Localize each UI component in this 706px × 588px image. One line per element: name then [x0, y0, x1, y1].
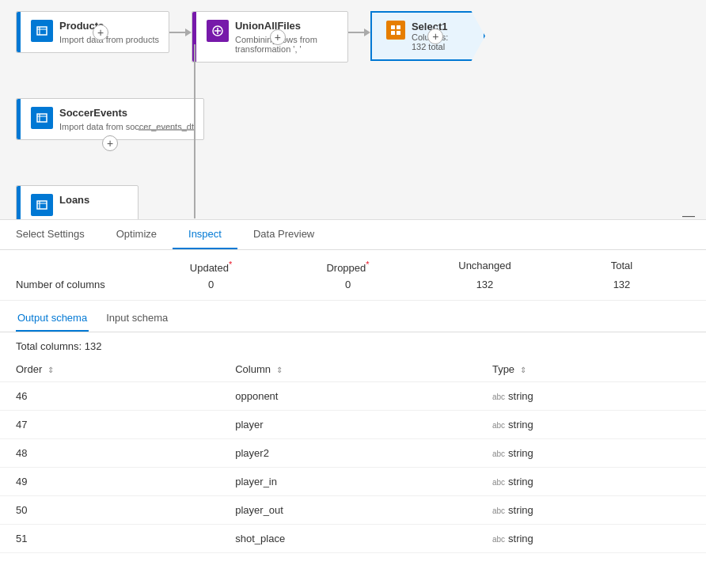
- type-cell: abcstring: [476, 411, 706, 439]
- svg-rect-2: [397, 25, 400, 29]
- products-add-btn[interactable]: +: [93, 25, 108, 40]
- type-cell: abcstring: [476, 468, 706, 496]
- type-cell: abcstring: [476, 496, 706, 525]
- type-icon: abc: [492, 393, 505, 401]
- dropped-value: 0: [279, 279, 416, 290]
- column-sort-icon: ⇕: [276, 366, 283, 374]
- column-cell: player: [219, 411, 476, 439]
- products-node[interactable]: Products Import data from products +: [16, 11, 169, 53]
- dropped-header: Dropped*: [279, 260, 416, 274]
- column-cell: player2: [219, 439, 476, 468]
- order-cell: 46: [0, 382, 219, 411]
- type-icon: abc: [492, 535, 505, 544]
- type-cell: abcstring: [476, 382, 706, 411]
- input-schema-tab[interactable]: Input schema: [104, 307, 169, 332]
- stats-area: Updated* Dropped* Unchanged Total Number…: [0, 250, 706, 301]
- table-row[interactable]: 46 opponent abcstring: [0, 382, 706, 411]
- soccer-add-btn[interactable]: +: [102, 135, 118, 151]
- column-cell: player_in: [219, 468, 476, 496]
- output-schema-tab[interactable]: Output schema: [16, 307, 89, 332]
- union-add-btn[interactable]: +: [270, 29, 286, 45]
- table-row[interactable]: 49 player_in abcstring: [0, 468, 706, 496]
- order-cell: 48: [0, 439, 219, 468]
- union-subtitle: Combining rows from transformation ', ': [235, 35, 338, 54]
- order-header[interactable]: Order ⇕: [0, 357, 219, 382]
- select1-node[interactable]: Select1 Columns: 132 total +: [370, 11, 485, 61]
- column-cell: opponent: [219, 382, 476, 411]
- soccer-title: SoccerEvents: [59, 107, 194, 119]
- union-title: UnionAllFiles: [235, 20, 338, 32]
- total-columns-label: Total columns: 132: [0, 332, 706, 357]
- type-cell: abcstring: [476, 525, 706, 553]
- tab-select-settings[interactable]: Select Settings: [0, 220, 101, 249]
- svg-rect-3: [391, 31, 395, 35]
- loans-node[interactable]: Loans: [16, 185, 139, 220]
- type-icon: abc: [492, 506, 505, 515]
- loans-title: Loans: [59, 194, 128, 206]
- type-cell: abcstring: [476, 439, 706, 468]
- schema-table: Order ⇕ Column ⇕ Type ⇕ 46 opponent abcs…: [0, 357, 706, 553]
- tab-optimize[interactable]: Optimize: [101, 220, 173, 249]
- table-row[interactable]: 50 player_out abcstring: [0, 496, 706, 525]
- order-cell: 50: [0, 496, 219, 525]
- total-header: Total: [553, 260, 690, 274]
- products-title: Products: [59, 20, 159, 32]
- updated-header: Updated*: [142, 260, 279, 274]
- order-cell: 51: [0, 525, 219, 553]
- order-cell: 49: [0, 468, 219, 496]
- tab-data-preview[interactable]: Data Preview: [237, 220, 330, 249]
- updated-value: 0: [142, 279, 279, 290]
- column-header[interactable]: Column ⇕: [219, 357, 476, 382]
- minimize-btn[interactable]: —: [682, 209, 695, 220]
- tabs-bar: Select Settings Optimize Inspect Data Pr…: [0, 220, 706, 250]
- tab-inspect[interactable]: Inspect: [173, 220, 237, 249]
- column-cell: player_out: [219, 496, 476, 525]
- type-sort-icon: ⇕: [520, 366, 526, 374]
- svg-rect-4: [397, 31, 400, 35]
- total-value: 132: [553, 279, 690, 290]
- pipeline-canvas: Products Import data from products + Uni…: [0, 0, 706, 220]
- select1-add-btn[interactable]: +: [427, 28, 443, 44]
- type-icon: abc: [492, 421, 505, 430]
- table-row[interactable]: 47 player abcstring: [0, 411, 706, 439]
- type-header[interactable]: Type ⇕: [476, 357, 706, 382]
- order-sort-icon: ⇕: [47, 366, 54, 374]
- type-icon: abc: [492, 450, 505, 458]
- table-row[interactable]: 48 player2 abcstring: [0, 439, 706, 468]
- products-subtitle: Import data from products: [59, 35, 159, 44]
- unchanged-value: 132: [416, 279, 553, 290]
- select1-subtitle-extra: 132 total: [412, 42, 448, 51]
- order-cell: 47: [0, 411, 219, 439]
- soccer-events-node[interactable]: SoccerEvents Import data from soccer_eve…: [16, 98, 204, 140]
- row-label: Number of columns: [16, 279, 142, 290]
- table-row[interactable]: 51 shot_place abcstring: [0, 525, 706, 553]
- type-icon: abc: [492, 478, 505, 487]
- union-all-files-node[interactable]: UnionAllFiles Combining rows from transf…: [192, 11, 348, 63]
- schema-table-container[interactable]: Order ⇕ Column ⇕ Type ⇕ 46 opponent abcs…: [0, 357, 706, 556]
- column-cell: shot_place: [219, 525, 476, 553]
- svg-rect-1: [391, 25, 395, 29]
- schema-tabs: Output schema Input schema: [0, 301, 706, 332]
- unchanged-header: Unchanged: [416, 260, 553, 274]
